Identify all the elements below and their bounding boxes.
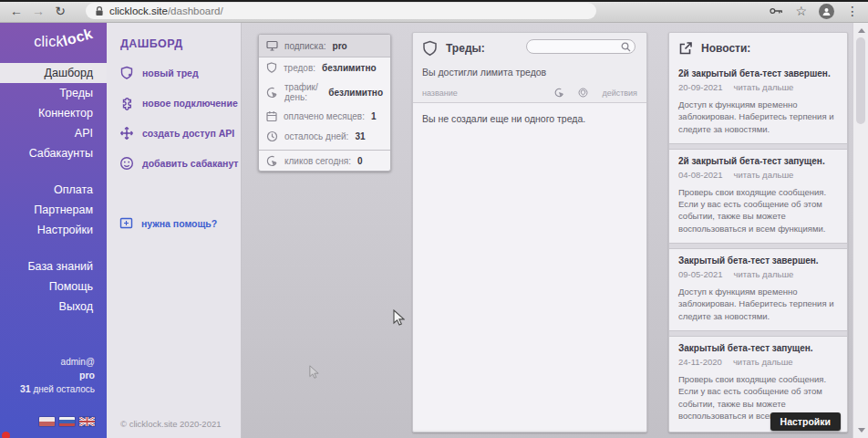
stat-threads-value: безлимитно — [322, 63, 377, 73]
calendar-icon — [266, 110, 277, 122]
url-text[interactable]: clicklock.site/dashboard/ — [109, 5, 223, 16]
read-more-link[interactable]: читать дальше — [734, 269, 794, 279]
column-status-icon — [578, 88, 588, 98]
days-number: 31 — [20, 383, 31, 394]
flag-russia-icon[interactable] — [59, 417, 75, 426]
move-arrows-icon — [119, 126, 134, 141]
help-plus-square-icon — [119, 216, 133, 230]
days-text: дней осталось — [33, 384, 95, 394]
sidebar-nav: Дашборд Треды Коннектор API Сабакаунты О… — [0, 63, 107, 317]
stat-clicks-today: кликов сегодня: 0 — [259, 150, 390, 171]
url-path: /dashboard/ — [168, 5, 223, 16]
flag-uk-icon[interactable] — [79, 417, 95, 426]
threads-shield-icon — [422, 40, 438, 57]
need-help-link[interactable]: нужна помощь? — [119, 216, 241, 230]
mouse-cursor-ghost — [309, 365, 319, 383]
subscription-header: подписка: pro — [259, 35, 390, 57]
logo-part-click: click — [34, 34, 64, 49]
stat-months-paid: оплачено месяцев: 1 — [259, 106, 390, 126]
need-help-label: нужна помощь? — [141, 218, 217, 229]
monitor-icon — [266, 40, 278, 51]
threads-search-input[interactable] — [526, 39, 636, 54]
address-bar[interactable]: clicklock.site/dashboard/ — [86, 3, 596, 19]
threads-panel: Треды: Вы достигли лимита тредов названи… — [412, 32, 647, 433]
news-item-body: Проверь свои входящие сообщения. Если у … — [678, 186, 836, 235]
sidebar-item-dashboard[interactable]: Дашборд — [0, 63, 107, 83]
app-logo: clicklock — [0, 23, 107, 50]
language-switcher — [39, 417, 95, 426]
sidebar-item-help[interactable]: Помощь — [0, 276, 107, 297]
news-divider — [669, 243, 847, 249]
sidebar-item-connector[interactable]: Коннектор — [0, 103, 107, 123]
smiley-icon — [119, 156, 134, 171]
key-icon[interactable] — [770, 6, 783, 16]
news-panel: Новости: 2й закрытый бета-тест завершен.… — [668, 32, 848, 433]
new-thread-link[interactable]: новый тред — [119, 66, 241, 80]
click-cursor-icon — [266, 87, 278, 99]
logo-part-lock: lock — [61, 26, 95, 49]
scrollbar-thumb[interactable] — [856, 37, 865, 124]
profile-avatar-icon[interactable] — [819, 4, 834, 19]
forward-icon[interactable]: → — [27, 1, 49, 22]
column-name-header: название — [422, 89, 554, 98]
scroll-up-icon[interactable] — [858, 28, 865, 33]
news-item: 2й закрытый бета-тест завершен. 20-09-20… — [669, 62, 847, 143]
new-connection-link[interactable]: новое подключение — [119, 96, 241, 110]
account-days-left: 31 дней осталось — [20, 382, 95, 396]
sidebar-item-payment[interactable]: Оплата — [0, 180, 107, 200]
read-more-link[interactable]: читать дальше — [734, 170, 794, 180]
news-title: Новости: — [701, 42, 750, 55]
news-item-title: Закрытый бета-тест запущен. — [678, 343, 836, 353]
shield-plus-icon — [119, 66, 134, 80]
sidebar-item-partners[interactable]: Партнерам — [0, 200, 107, 220]
app-root: ← → ↻ clicklock.site/dashboard/ ☆ ⋮ clic… — [0, 0, 868, 438]
dashboard-quick-menu: ДАШБОРД новый тред новое подключение соз… — [107, 23, 242, 438]
news-item-title: Закрытый бета-тест завершен. — [678, 256, 836, 266]
stat-clicks-today-label: кликов сегодня: — [284, 156, 351, 166]
bookmark-star-icon[interactable]: ☆ — [795, 1, 807, 22]
window-top-strip — [0, 0, 868, 2]
news-item-title: 2й закрытый бета-тест запущен. — [678, 156, 836, 166]
back-icon[interactable]: ← — [5, 1, 27, 22]
threads-limit-notice: Вы достигли лимита тредов — [422, 67, 637, 78]
stat-months-paid-label: оплачено месяцев: — [284, 111, 365, 121]
sidebar: clicklock Дашборд Треды Коннектор API Са… — [0, 23, 107, 438]
settings-button[interactable]: Настройки — [770, 412, 841, 431]
stat-clicks-today-value: 0 — [357, 156, 363, 166]
threads-title: Треды: — [446, 42, 485, 55]
sidebar-item-knowledge-base[interactable]: База знаний — [0, 256, 107, 276]
clock-icon — [266, 130, 278, 142]
sidebar-item-api[interactable]: API — [0, 123, 107, 143]
clicks-today-icon — [266, 155, 278, 167]
flag-poland-icon[interactable] — [39, 417, 55, 426]
url-domain: clicklock.site — [109, 5, 168, 16]
mouse-cursor — [393, 309, 405, 330]
browser-toolbar: ← → ↻ clicklock.site/dashboard/ ☆ ⋮ — [0, 0, 868, 23]
threads-table-header: название действия — [422, 88, 637, 102]
stat-traffic-label: трафик/день: — [284, 82, 322, 102]
browser-menu-icon[interactable]: ⋮ — [846, 1, 859, 22]
stat-months-paid-value: 1 — [371, 111, 377, 121]
sidebar-item-settings[interactable]: Настройки — [0, 220, 107, 240]
stat-traffic: трафик/день: безлимитно — [259, 78, 390, 106]
read-more-link[interactable]: читать дальше — [733, 357, 793, 367]
sidebar-item-logout[interactable]: Выход — [0, 297, 107, 317]
news-item-date: 24-11-2020 — [678, 357, 722, 367]
stat-days-left-value: 31 — [355, 131, 365, 141]
reload-icon[interactable]: ↻ — [49, 1, 71, 22]
quick-menu-title: ДАШБОРД — [120, 37, 241, 50]
subscription-label: подписка: — [284, 41, 326, 51]
news-item-title: 2й закрытый бета-тест завершен. — [678, 68, 836, 78]
new-thread-label: новый тред — [142, 68, 199, 78]
stat-days-left-label: осталось дней: — [284, 131, 348, 141]
create-api-access-link[interactable]: создать доступ API — [119, 126, 241, 141]
read-more-link[interactable]: читать дальше — [734, 82, 794, 92]
add-subaccount-link[interactable]: добавить сабаканут — [119, 156, 241, 171]
search-icon — [621, 42, 631, 52]
news-item-body: Доступ к функциям временно заблокирован.… — [678, 286, 836, 322]
sidebar-item-subaccounts[interactable]: Сабакаунты — [0, 143, 107, 163]
page-scrollbar[interactable] — [852, 23, 868, 438]
account-email: admin@ — [20, 356, 95, 369]
scroll-down-icon[interactable] — [858, 428, 865, 433]
sidebar-item-threads[interactable]: Треды — [0, 83, 107, 103]
